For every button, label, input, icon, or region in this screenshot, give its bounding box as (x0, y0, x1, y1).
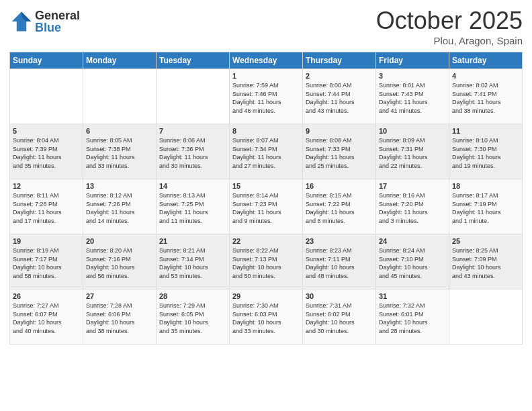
week-row-1: 5Sunrise: 8:04 AM Sunset: 7:39 PM Daylig… (10, 124, 523, 179)
cell-content: Sunrise: 8:15 AM Sunset: 7:22 PM Dayligh… (306, 191, 373, 225)
day-number: 20 (86, 237, 153, 245)
logo-general-text: General (35, 9, 80, 21)
day-number: 2 (306, 72, 373, 80)
cell-content: Sunrise: 8:09 AM Sunset: 7:31 PM Dayligh… (379, 136, 446, 170)
day-number: 3 (379, 72, 446, 80)
calendar-cell: 6Sunrise: 8:05 AM Sunset: 7:38 PM Daylig… (83, 124, 157, 179)
calendar-cell: 24Sunrise: 8:24 AM Sunset: 7:10 PM Dayli… (376, 234, 449, 289)
col-header-sunday: Sunday (10, 52, 83, 69)
cell-content: Sunrise: 8:10 AM Sunset: 7:30 PM Dayligh… (452, 136, 519, 170)
calendar-cell: 10Sunrise: 8:09 AM Sunset: 7:31 PM Dayli… (376, 124, 449, 179)
calendar-cell: 21Sunrise: 8:21 AM Sunset: 7:14 PM Dayli… (157, 234, 230, 289)
calendar-table: SundayMondayTuesdayWednesdayThursdayFrid… (9, 52, 523, 345)
day-number: 28 (159, 292, 226, 300)
calendar-cell: 18Sunrise: 8:17 AM Sunset: 7:19 PM Dayli… (449, 179, 523, 234)
day-number: 10 (379, 127, 446, 135)
cell-content: Sunrise: 8:17 AM Sunset: 7:19 PM Dayligh… (452, 191, 519, 225)
cell-content: Sunrise: 8:14 AM Sunset: 7:23 PM Dayligh… (232, 191, 300, 225)
calendar-cell (83, 69, 157, 124)
calendar-cell: 4Sunrise: 8:02 AM Sunset: 7:41 PM Daylig… (449, 69, 523, 124)
cell-content: Sunrise: 7:32 AM Sunset: 6:01 PM Dayligh… (379, 302, 446, 335)
cell-content: Sunrise: 8:01 AM Sunset: 7:43 PM Dayligh… (379, 81, 446, 115)
cell-content: Sunrise: 7:31 AM Sunset: 6:02 PM Dayligh… (306, 302, 373, 335)
logo: General Blue (9, 9, 80, 34)
col-header-wednesday: Wednesday (230, 52, 303, 69)
calendar-cell: 26Sunrise: 7:27 AM Sunset: 6:07 PM Dayli… (10, 289, 83, 345)
calendar-header: SundayMondayTuesdayWednesdayThursdayFrid… (10, 52, 523, 69)
cell-content: Sunrise: 8:22 AM Sunset: 7:13 PM Dayligh… (232, 246, 300, 280)
calendar-cell (449, 289, 523, 345)
cell-content: Sunrise: 7:30 AM Sunset: 6:03 PM Dayligh… (232, 302, 300, 335)
cell-content: Sunrise: 7:59 AM Sunset: 7:46 PM Dayligh… (232, 81, 300, 115)
cell-content: Sunrise: 8:21 AM Sunset: 7:14 PM Dayligh… (159, 246, 226, 280)
day-number: 23 (306, 237, 373, 245)
calendar-cell (10, 69, 83, 124)
month-title: October 2025 (376, 7, 523, 35)
logo-text: General Blue (35, 9, 80, 34)
day-number: 15 (232, 182, 300, 190)
cell-content: Sunrise: 8:19 AM Sunset: 7:17 PM Dayligh… (13, 246, 80, 280)
cell-content: Sunrise: 8:07 AM Sunset: 7:34 PM Dayligh… (232, 136, 300, 170)
day-number: 5 (13, 127, 80, 135)
day-number: 16 (306, 182, 373, 190)
day-number: 11 (452, 127, 519, 135)
day-number: 12 (13, 182, 80, 190)
calendar-cell: 23Sunrise: 8:23 AM Sunset: 7:11 PM Dayli… (303, 234, 376, 289)
logo-icon (9, 9, 34, 34)
cell-content: Sunrise: 8:16 AM Sunset: 7:20 PM Dayligh… (379, 191, 446, 225)
calendar-cell: 2Sunrise: 8:00 AM Sunset: 7:44 PM Daylig… (303, 69, 376, 124)
calendar-cell: 5Sunrise: 8:04 AM Sunset: 7:39 PM Daylig… (10, 124, 83, 179)
calendar-cell: 29Sunrise: 7:30 AM Sunset: 6:03 PM Dayli… (230, 289, 303, 345)
col-header-tuesday: Tuesday (157, 52, 230, 69)
page-container: General Blue October 2025 Plou, Aragon, … (0, 0, 532, 411)
cell-content: Sunrise: 8:05 AM Sunset: 7:38 PM Dayligh… (86, 136, 153, 170)
day-number: 4 (452, 72, 519, 80)
day-number: 6 (86, 127, 153, 135)
day-number: 22 (232, 237, 300, 245)
calendar-cell: 19Sunrise: 8:19 AM Sunset: 7:17 PM Dayli… (10, 234, 83, 289)
cell-content: Sunrise: 8:06 AM Sunset: 7:36 PM Dayligh… (159, 136, 226, 170)
calendar-cell: 27Sunrise: 7:28 AM Sunset: 6:06 PM Dayli… (83, 289, 157, 345)
day-number: 29 (232, 292, 300, 300)
day-number: 27 (86, 292, 153, 300)
col-header-monday: Monday (83, 52, 157, 69)
calendar-cell: 15Sunrise: 8:14 AM Sunset: 7:23 PM Dayli… (230, 179, 303, 234)
col-header-friday: Friday (376, 52, 449, 69)
day-number: 1 (232, 72, 300, 80)
cell-content: Sunrise: 8:12 AM Sunset: 7:26 PM Dayligh… (86, 191, 153, 225)
day-number: 9 (306, 127, 373, 135)
calendar-cell: 30Sunrise: 7:31 AM Sunset: 6:02 PM Dayli… (303, 289, 376, 345)
logo-blue-text: Blue (35, 21, 80, 34)
day-number: 8 (232, 127, 300, 135)
week-row-3: 19Sunrise: 8:19 AM Sunset: 7:17 PM Dayli… (10, 234, 523, 289)
cell-content: Sunrise: 8:25 AM Sunset: 7:09 PM Dayligh… (452, 246, 519, 280)
calendar-cell: 16Sunrise: 8:15 AM Sunset: 7:22 PM Dayli… (303, 179, 376, 234)
calendar-cell: 12Sunrise: 8:11 AM Sunset: 7:28 PM Dayli… (10, 179, 83, 234)
week-row-4: 26Sunrise: 7:27 AM Sunset: 6:07 PM Dayli… (10, 289, 523, 345)
calendar-cell: 8Sunrise: 8:07 AM Sunset: 7:34 PM Daylig… (230, 124, 303, 179)
calendar-cell: 9Sunrise: 8:08 AM Sunset: 7:33 PM Daylig… (303, 124, 376, 179)
day-number: 18 (452, 182, 519, 190)
col-header-thursday: Thursday (303, 52, 376, 69)
day-number: 14 (159, 182, 226, 190)
calendar-cell: 28Sunrise: 7:29 AM Sunset: 6:05 PM Dayli… (157, 289, 230, 345)
day-number: 13 (86, 182, 153, 190)
calendar-cell: 22Sunrise: 8:22 AM Sunset: 7:13 PM Dayli… (230, 234, 303, 289)
day-number: 21 (159, 237, 226, 245)
calendar-cell: 25Sunrise: 8:25 AM Sunset: 7:09 PM Dayli… (449, 234, 523, 289)
cell-content: Sunrise: 8:20 AM Sunset: 7:16 PM Dayligh… (86, 246, 153, 280)
calendar-cell: 13Sunrise: 8:12 AM Sunset: 7:26 PM Dayli… (83, 179, 157, 234)
calendar-cell: 3Sunrise: 8:01 AM Sunset: 7:43 PM Daylig… (376, 69, 449, 124)
day-number: 31 (379, 292, 446, 300)
title-block: October 2025 Plou, Aragon, Spain (376, 7, 523, 46)
calendar-cell: 31Sunrise: 7:32 AM Sunset: 6:01 PM Dayli… (376, 289, 449, 345)
day-number: 17 (379, 182, 446, 190)
cell-content: Sunrise: 8:02 AM Sunset: 7:41 PM Dayligh… (452, 81, 519, 115)
calendar-cell (157, 69, 230, 124)
cell-content: Sunrise: 8:11 AM Sunset: 7:28 PM Dayligh… (13, 191, 80, 225)
day-number: 19 (13, 237, 80, 245)
cell-content: Sunrise: 7:29 AM Sunset: 6:05 PM Dayligh… (159, 302, 226, 335)
calendar-cell: 11Sunrise: 8:10 AM Sunset: 7:30 PM Dayli… (449, 124, 523, 179)
day-number: 30 (306, 292, 373, 300)
calendar-body: 1Sunrise: 7:59 AM Sunset: 7:46 PM Daylig… (10, 69, 523, 345)
